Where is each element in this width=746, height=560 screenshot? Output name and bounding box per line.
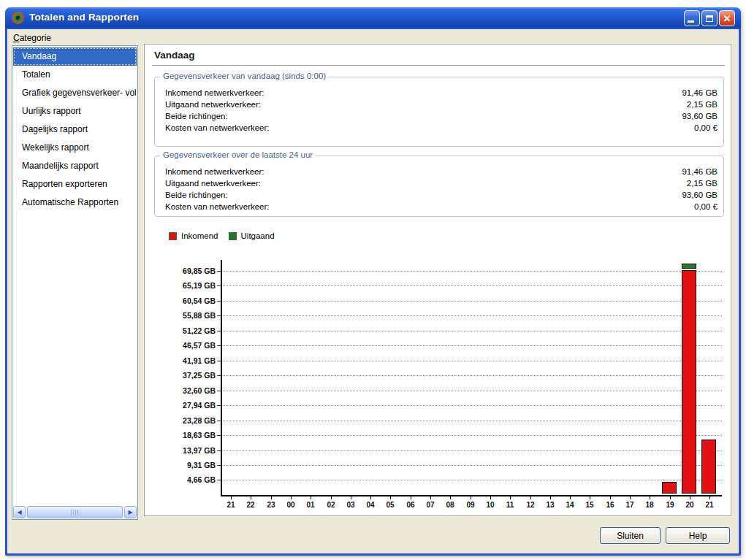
dialog-window: Totalen and Rapporten ✕ Categorie Vandaa… [5, 7, 741, 556]
x-tick-label: 14 [561, 501, 579, 509]
y-gridline [223, 301, 722, 302]
x-tick-label: 02 [322, 501, 340, 509]
scroll-left-button[interactable]: ◀ [13, 506, 26, 518]
y-gridline [223, 361, 722, 361]
y-gridline [223, 345, 722, 346]
x-tick [690, 496, 690, 499]
x-tick-label: 04 [362, 501, 379, 509]
sidebar-item[interactable]: Vandaag [13, 47, 137, 66]
y-gridline [223, 271, 722, 272]
traffic-chart: 4,66 GB9,31 GB13,97 GB18,63 GB23,28 GB27… [145, 45, 731, 515]
minimize-icon [688, 20, 694, 23]
y-tick-label: 18,63 GB [170, 431, 216, 440]
x-tick-label: 23 [262, 501, 280, 509]
x-tick-label: 21 [701, 501, 718, 509]
x-tick-label: 03 [342, 501, 359, 509]
y-tick-label: 32,60 GB [170, 386, 216, 395]
y-gridline [223, 315, 722, 316]
dialog-client-area: Categorie VandaagTotalenGrafiek gegevens… [7, 29, 739, 553]
y-gridline [223, 480, 722, 480]
x-tick-label: 08 [441, 501, 459, 509]
x-tick [411, 496, 411, 499]
help-button[interactable]: Help [666, 527, 730, 544]
x-tick-label: 06 [402, 501, 419, 509]
y-tick-label: 69,85 GB [170, 266, 216, 275]
x-tick [590, 496, 590, 499]
x-tick [351, 496, 351, 499]
minimize-button[interactable] [684, 10, 700, 26]
y-gridline [223, 375, 722, 376]
content-panel: Vandaag Gegevensverkeer van vandaag (sin… [144, 44, 731, 516]
y-axis-line [221, 260, 222, 496]
x-tick [610, 496, 611, 499]
y-tick-label: 37,25 GB [170, 371, 216, 380]
y-gridline [223, 450, 722, 451]
y-gridline [223, 285, 722, 286]
y-tick-label: 55,88 GB [170, 311, 216, 320]
x-tick-label: 21 [222, 501, 240, 509]
x-tick-label: 16 [601, 501, 619, 509]
y-gridline [223, 391, 722, 391]
bar-uitgaand [682, 264, 696, 269]
x-tick [271, 496, 272, 499]
arrow-left-icon: ◀ [17, 509, 21, 515]
sidebar-item[interactable]: Dagelijks rapport [13, 120, 137, 139]
y-tick-label: 9,31 GB [170, 461, 216, 469]
x-tick-label: 13 [541, 501, 559, 509]
maximize-button[interactable] [701, 10, 718, 26]
category-list[interactable]: VandaagTotalenGrafiek gegevensverkeer- v… [12, 45, 138, 520]
x-tick [311, 496, 311, 499]
horizontal-scrollbar[interactable]: ◀ ▶ [13, 506, 137, 518]
close-button[interactable]: ✕ [719, 10, 735, 26]
x-tick-label: 20 [681, 501, 699, 509]
x-tick [291, 496, 292, 499]
sluiten-button[interactable]: Sluiten [600, 527, 661, 544]
x-tick-label: 00 [282, 501, 300, 509]
x-tick-label: 01 [302, 501, 319, 509]
sidebar-item[interactable]: Grafiek gegevensverkeer- volume [13, 84, 137, 102]
x-tick-label: 05 [381, 501, 399, 509]
x-tick-label: 11 [501, 501, 519, 509]
x-tick [251, 496, 251, 499]
sidebar-item[interactable]: Uurlijks rapport [13, 102, 137, 120]
y-gridline [223, 465, 722, 466]
y-tick-label: 51,22 GB [170, 326, 216, 335]
x-tick [390, 496, 391, 499]
sidebar-item[interactable]: Maandelijks rapport [13, 157, 137, 175]
scrollbar-thumb[interactable] [27, 506, 123, 518]
titlebar[interactable]: Totalen and Rapporten ✕ [5, 7, 741, 29]
x-tick [650, 496, 650, 499]
sidebar-item[interactable]: Totalen [13, 66, 137, 84]
x-tick-label: 19 [661, 501, 679, 509]
x-tick-label: 18 [641, 501, 658, 509]
category-label: Categorie [13, 33, 51, 43]
x-tick-label: 07 [422, 501, 439, 509]
y-tick-label: 27,94 GB [170, 401, 216, 410]
y-gridline [223, 331, 722, 331]
y-tick-label: 13,97 GB [170, 446, 216, 455]
x-tick [231, 496, 232, 499]
maximize-icon [706, 15, 713, 22]
x-tick [709, 496, 710, 499]
y-tick-label: 41,91 GB [170, 356, 216, 365]
y-tick-label: 46,57 GB [170, 341, 216, 350]
sidebar-item[interactable]: Automatische Rapporten [13, 193, 137, 212]
scrollbar-track[interactable] [26, 506, 124, 518]
x-tick [370, 496, 371, 499]
bar-inkomend [682, 270, 696, 494]
window-title: Totalen and Rapporten [29, 12, 139, 23]
y-gridline [223, 435, 722, 436]
y-tick-label: 65,19 GB [170, 281, 216, 290]
bar-inkomend [662, 482, 677, 494]
sidebar-item[interactable]: Rapporten exporteren [13, 175, 137, 193]
sidebar-item[interactable]: Wekelijks rapport [13, 139, 137, 157]
scrollbar-grip-icon [70, 510, 80, 515]
x-tick [670, 496, 671, 499]
x-tick [630, 496, 631, 499]
x-tick [570, 496, 571, 499]
category-list-items: VandaagTotalenGrafiek gegevensverkeer- v… [13, 47, 137, 506]
x-tick-label: 15 [581, 501, 598, 509]
x-tick [331, 496, 332, 499]
scroll-right-button[interactable]: ▶ [124, 506, 137, 518]
x-tick-label: 22 [242, 501, 259, 509]
